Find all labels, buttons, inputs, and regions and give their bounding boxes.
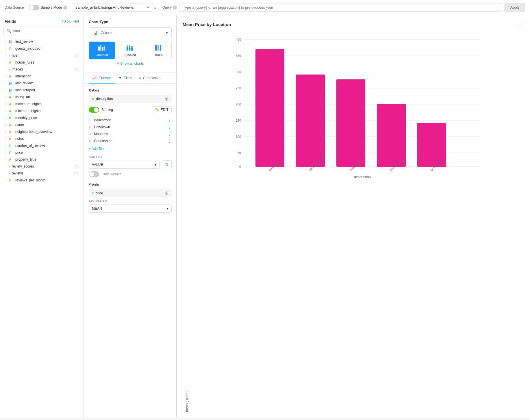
apply-button[interactable]: Apply — [504, 3, 525, 12]
field-drag-handle: ⠿ — [5, 144, 7, 147]
field-drag-handle: ⠿ — [5, 68, 7, 71]
show-all-charts-link[interactable]: ∨ Show all charts — [89, 59, 172, 68]
field-expand-reviews[interactable]: › — [9, 172, 10, 175]
field-item-property_type[interactable]: ⠿ A property_type — [2, 156, 81, 163]
field-drag-handle: ⠿ — [5, 151, 7, 154]
datasource-value: sample_airbnb.listingsAndReviews — [76, 5, 134, 10]
add-bin-button[interactable]: + Add Bin — [89, 146, 172, 152]
tab-label-customize: Customize — [143, 76, 160, 80]
field-badge-review_scores: {} — [74, 165, 79, 168]
chart-variant-100%[interactable]: 100% — [146, 42, 172, 59]
field-expand-review_scores[interactable]: › — [9, 165, 10, 168]
encode-content: X Axis A description 🗑 Binning — [84, 84, 176, 418]
tab-customize[interactable]: ≡ Customize — [136, 73, 164, 83]
field-item-host[interactable]: ⠿ › host {} — [2, 52, 81, 59]
field-badge-reviews: [] — [74, 172, 79, 175]
binning-label: Binning — [89, 107, 113, 113]
field-item-number_of_reviews[interactable]: ⠿ # number_of_reviews — [2, 142, 81, 149]
datasource-dropdown[interactable]: sample_airbnb.listingsAndReviews ▾ — [72, 3, 153, 12]
sort-row: VALUE ▾ ⇅ — [89, 160, 172, 169]
field-item-neighborhood_overview[interactable]: ⠿ A neighborhood_overview — [2, 128, 81, 135]
bin-options-icon[interactable]: ⋮ — [168, 132, 172, 136]
field-item-reviews_per_month[interactable]: ⠿ # reviews_per_month — [2, 177, 81, 184]
field-item-guests_included[interactable]: ⠿ # guests_included — [2, 45, 81, 52]
x-axis-delete-icon[interactable]: 🗑 — [165, 96, 169, 101]
field-item-listing_url[interactable]: ⠿ A listing_url — [2, 94, 81, 101]
y-axis-delete-icon[interactable]: 🗑 — [165, 191, 169, 196]
chart-more-button[interactable]: ··· — [516, 21, 524, 28]
y-axis-field-left: # price — [92, 191, 103, 196]
sample-mode-toggle[interactable] — [29, 5, 39, 10]
tab-filter[interactable]: ▼ Filter — [115, 73, 136, 83]
field-badge-host: {} — [74, 54, 79, 57]
field-type-icon-interaction: A — [9, 75, 14, 78]
edit-button[interactable]: ✏️ EDIT — [152, 106, 172, 113]
field-type-icon-notes: A — [9, 137, 14, 140]
field-item-name[interactable]: ⠿ A name — [2, 121, 81, 128]
field-name-last_scraped: last_scraped — [15, 88, 79, 92]
field-item-house_rules[interactable]: ⠿ A house_rules — [2, 59, 81, 66]
x-axis-field-left: A description — [92, 97, 113, 101]
y-axis-label: mean ( price ) — [183, 34, 189, 412]
tab-encode[interactable]: 📈 Encode — [89, 73, 115, 83]
sort-direction-button[interactable]: ⇅ — [162, 160, 172, 169]
fields-search-box[interactable]: 🔍 — [3, 27, 80, 35]
sample-mode-info-icon[interactable]: i — [63, 5, 67, 10]
field-drag-handle: ⠿ — [5, 47, 7, 50]
add-field-button[interactable]: + Add Field — [62, 19, 79, 23]
field-drag-handle: ⠿ — [5, 61, 7, 64]
bin-num: 3 — [89, 132, 92, 136]
field-item-last_scraped[interactable]: ⠿ ||| last_scraped — [2, 87, 81, 94]
field-expand-host[interactable]: › — [9, 54, 10, 57]
svg-text:150: 150 — [236, 119, 241, 122]
chart-variant-grouped[interactable]: Grouped — [89, 42, 115, 59]
field-name-maximum_nights: maximum_nights — [15, 102, 79, 106]
field-drag-handle: ⠿ — [5, 109, 7, 113]
query-input[interactable] — [179, 3, 502, 12]
field-drag-handle: ⠿ — [5, 165, 7, 168]
field-expand-images[interactable]: › — [9, 68, 10, 71]
bin-name-downtown: Downtown — [94, 125, 166, 129]
chart-type-dropdown[interactable]: 📊 Column ▾ — [89, 27, 172, 38]
svg-rect-0 — [98, 47, 100, 51]
bin-options-icon[interactable]: ⋮ — [168, 125, 172, 129]
field-item-price[interactable]: ⠿ # price — [2, 149, 81, 156]
field-drag-handle: ⠿ — [5, 96, 7, 99]
field-drag-handle: ⠿ — [5, 123, 7, 127]
field-type-icon-maximum_nights: A — [9, 102, 14, 106]
query-info-icon[interactable]: i — [173, 5, 177, 10]
binning-toggle[interactable] — [89, 107, 99, 113]
field-drag-handle: ⠿ — [5, 158, 7, 161]
field-item-reviews[interactable]: ⠿ › reviews [] — [2, 170, 81, 177]
encode-tabs: 📈 Encode ▼ Filter ≡ Customize — [84, 73, 176, 84]
field-name-review_scores: review_scores — [12, 164, 73, 168]
limit-toggle[interactable] — [89, 171, 99, 177]
tab-label-filter: Filter — [124, 76, 132, 80]
chart-variant-stacked[interactable]: Stacked — [117, 42, 143, 59]
chart-variant-label-2: 100% — [155, 53, 163, 57]
bin-options-icon[interactable]: ⋮ — [168, 139, 172, 143]
field-item-review_scores[interactable]: ⠿ › review_scores {} — [2, 163, 81, 170]
field-item-first_review[interactable]: ⠿ ||| first_review — [2, 38, 81, 45]
datasource-arrow-icon: ▾ — [147, 5, 149, 10]
field-name-number_of_reviews: number_of_reviews — [15, 144, 79, 148]
field-item-monthly_price[interactable]: ⠿ # monthly_price — [2, 114, 81, 121]
field-item-minimum_nights[interactable]: ⠿ A minimum_nights — [2, 107, 81, 114]
field-type-icon-property_type: A — [9, 158, 14, 161]
field-item-interaction[interactable]: ⠿ A interaction — [2, 73, 81, 80]
field-type-icon-first_review: ||| — [9, 40, 14, 43]
fields-search-input[interactable] — [13, 29, 77, 33]
aggregate-dropdown[interactable]: MEAN ▾ — [89, 205, 172, 213]
field-item-maximum_nights[interactable]: ⠿ A maximum_nights — [2, 101, 81, 107]
field-item-notes[interactable]: ⠿ A notes — [2, 135, 81, 142]
sort-dropdown[interactable]: VALUE ▾ — [89, 161, 160, 169]
field-drag-handle: ⠿ — [5, 40, 7, 43]
bin-options-icon[interactable]: ⋮ — [168, 118, 172, 122]
field-item-last_review[interactable]: ⠿ ||| last_review — [2, 80, 81, 87]
bin-item-countryside: 4 Countryside ⋮ — [89, 137, 172, 144]
aggregate-label: AGGREGATE — [89, 200, 172, 203]
field-item-images[interactable]: ⠿ › images {} — [2, 66, 81, 73]
chart-variant-icon-2 — [155, 44, 163, 52]
chart-variant-label-1: Stacked — [125, 53, 136, 57]
svg-text:350: 350 — [236, 54, 241, 57]
